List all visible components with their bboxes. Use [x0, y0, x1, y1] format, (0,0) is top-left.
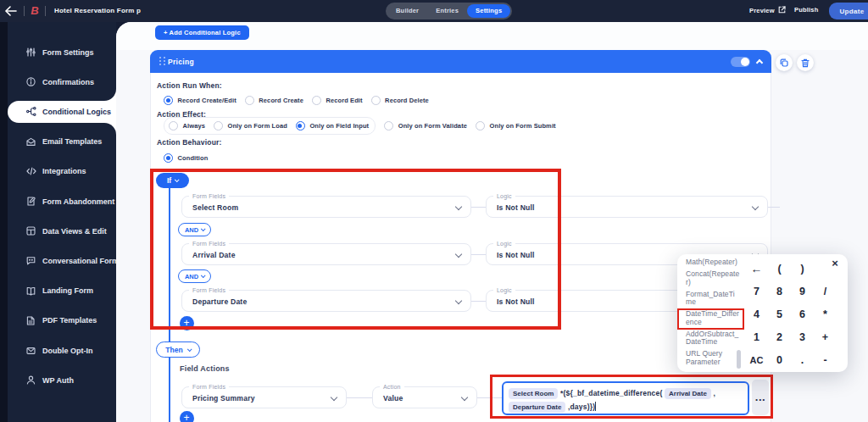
and-pill-button[interactable]: AND: [178, 223, 211, 236]
function-item-concat-repeater-[interactable]: Concat(Repeater): [682, 270, 744, 286]
and-pill-button[interactable]: AND: [178, 269, 211, 283]
sidebar-item-integrations[interactable]: Integrations: [8, 160, 124, 182]
calc-key-*[interactable]: *: [814, 303, 837, 326]
formula-options-button[interactable]: ...: [752, 380, 769, 415]
calc-key-1[interactable]: 1: [745, 326, 768, 349]
update-button[interactable]: Update: [829, 3, 868, 19]
condition-logic-select[interactable]: LogicIs Not Null: [486, 196, 768, 218]
radio-record-create-edit[interactable]: Record Create/Edit: [164, 96, 236, 105]
calc-key-5[interactable]: 5: [768, 303, 791, 326]
drag-handle-icon[interactable]: [159, 57, 165, 66]
calc-key-6[interactable]: 6: [791, 303, 814, 326]
active-item-corner: [104, 89, 116, 101]
add-condition-button[interactable]: +: [180, 316, 194, 330]
logic-panel-header[interactable]: Pricing: [150, 50, 771, 73]
calc-key-4[interactable]: 4: [745, 303, 768, 326]
back-button[interactable]: [5, 4, 22, 18]
calc-key-8[interactable]: 8: [768, 280, 791, 303]
radio-record-edit[interactable]: Record Edit: [312, 96, 363, 105]
sidebar-item-label: Email Templates: [42, 137, 102, 146]
then-pill-button[interactable]: Then: [156, 341, 200, 358]
calc-key-.[interactable]: .: [791, 349, 814, 372]
logic-select-value: Is Not Null: [497, 251, 535, 259]
sidebar-item-conditional-logics[interactable]: Conditional Logics: [8, 101, 116, 123]
collapse-chevron-icon[interactable]: [756, 59, 763, 66]
calc-key-7[interactable]: 7: [745, 280, 768, 303]
function-list: Math(Repeater)Concat(Repeater)Format_Dat…: [682, 258, 744, 369]
logic-select-value: Is Not Null: [497, 297, 535, 306]
radio-only-on-field-input[interactable]: Only on Field Input: [296, 121, 369, 130]
sidebar-item-form-settings[interactable]: Form Settings: [8, 42, 124, 64]
radio-dot: [164, 96, 173, 105]
calc-key-0[interactable]: 0: [768, 349, 791, 372]
text-caret: [595, 402, 596, 411]
calc-key-([interactable]: (: [768, 258, 791, 280]
calc-key-AC[interactable]: AC: [745, 349, 768, 372]
function-item-addorsubtract-datetime[interactable]: AddOrSubtract_DateTime: [682, 330, 744, 347]
calc-key-9[interactable]: 9: [791, 280, 814, 303]
function-item-datetime-difference[interactable]: DateTime_Difference: [682, 310, 744, 326]
calc-key-2[interactable]: 2: [768, 326, 791, 349]
sidebar-item-data-views-edit[interactable]: Data Views & Edit: [8, 220, 124, 242]
if-pill-button[interactable]: If: [156, 173, 189, 188]
value-formula-input[interactable]: Select Room *(${_bf_datetime_difference(…: [502, 381, 749, 415]
field-select-value: Arrival Date: [192, 251, 236, 259]
function-item-math-repeater-[interactable]: Math(Repeater): [682, 258, 744, 267]
and-pill-label: AND: [185, 273, 198, 280]
tab-entries[interactable]: Entries: [427, 4, 467, 18]
condition-field-select[interactable]: Form FieldsArrival Date: [181, 243, 471, 265]
sidebar-item-wp-auth[interactable]: WP Auth: [8, 369, 124, 391]
calc-key-/[interactable]: /: [814, 280, 837, 303]
publish-button[interactable]: Publish: [794, 6, 819, 14]
function-item-url-query-parameter[interactable]: URL Query Parameter: [682, 350, 744, 366]
app-window: B Hotel Reservation Form p Builder Entri…: [0, 0, 868, 422]
field-chip: Arrival Date: [665, 388, 711, 399]
calc-key-)[interactable]: ): [791, 258, 814, 280]
calc-key-3[interactable]: 3: [791, 326, 814, 349]
condition-field-select[interactable]: Form FieldsSelect Room: [181, 196, 471, 218]
radio-only-on-form-validate[interactable]: Only on Form Validate: [384, 121, 467, 130]
connector-line: [347, 397, 372, 398]
radio-record-create[interactable]: Record Create: [245, 96, 303, 105]
code-icon: [26, 166, 36, 176]
sidebar-item-double-opt-in[interactable]: Double Opt-In: [8, 340, 124, 362]
radio-only-on-form-load[interactable]: Only on Form Load: [214, 121, 287, 130]
sidebar-item-label: Integrations: [42, 167, 86, 175]
sidebar-item-label: Double Opt-In: [42, 347, 93, 355]
sidebar-item-label: WP Auth: [42, 376, 74, 385]
document-icon: [26, 315, 36, 325]
tab-builder[interactable]: Builder: [387, 4, 427, 18]
calc-key-backspace[interactable]: ←: [745, 258, 768, 280]
field-actions-field-select[interactable]: Form Fields Pricing Summary: [181, 386, 347, 408]
field-actions-action-select[interactable]: Action Value: [372, 386, 477, 408]
and-pill-label: AND: [185, 226, 198, 234]
sidebar-item-landing-form[interactable]: Landing Form: [8, 280, 124, 302]
calc-key--[interactable]: -: [814, 349, 837, 372]
calc-key-+[interactable]: +: [814, 326, 837, 349]
sidebar-item-label: PDF Templates: [42, 316, 97, 325]
preview-button[interactable]: Preview: [749, 6, 786, 15]
function-list-scrollbar[interactable]: [737, 350, 741, 369]
sidebar-item-form-abandonment[interactable]: Form Abandonment: [8, 191, 124, 213]
add-conditional-logic-button[interactable]: + Add Conditional Logic: [155, 25, 249, 40]
action-run-when-group: Record Create/EditRecord CreateRecord Ed…: [164, 93, 429, 108]
sidebar-item-label: Data Views & Edit: [42, 227, 107, 236]
sidebar-item-conversational-form[interactable]: Conversational Form: [8, 250, 124, 272]
field-select-value: Pricing Summary: [192, 394, 255, 403]
radio-only-on-form-submit[interactable]: Only on Form Submit: [476, 121, 556, 130]
radio-label: Only on Form Submit: [490, 122, 556, 130]
logic-enabled-toggle[interactable]: [731, 57, 750, 67]
topbar-divider: [24, 6, 25, 16]
tab-settings[interactable]: Settings: [467, 4, 510, 18]
delete-logic-button[interactable]: [797, 54, 814, 71]
sidebar-item-pdf-templates[interactable]: PDF Templates: [8, 309, 124, 331]
radio-record-delete[interactable]: Record Delete: [371, 96, 429, 105]
radio-label: Record Delete: [385, 97, 429, 104]
topbar: B Hotel Reservation Form p Builder Entri…: [0, 0, 868, 22]
function-item-format-datetime[interactable]: Format_DateTime: [682, 291, 744, 307]
add-field-action-button[interactable]: +: [180, 411, 194, 422]
radio-always[interactable]: Always: [169, 121, 205, 130]
condition-field-select[interactable]: Form FieldsDeparture Date: [181, 290, 471, 312]
radio-condition[interactable]: Condition: [164, 153, 208, 163]
duplicate-logic-button[interactable]: [776, 54, 793, 71]
